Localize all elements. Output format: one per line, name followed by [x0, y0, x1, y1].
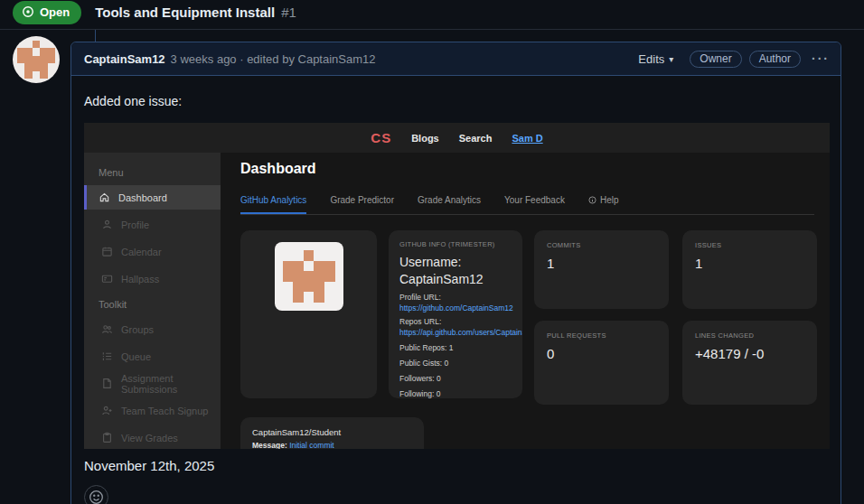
profile-url-link[interactable]: https://github.com/CaptainSam12: [399, 303, 522, 313]
user-plus-icon: [101, 405, 113, 416]
stat-label: LINES CHANGED: [695, 331, 817, 340]
tab-label: Grade Analytics: [418, 195, 481, 205]
sidebar-item-assignment-submissions[interactable]: Assignment Submissions: [84, 371, 221, 396]
profile-url-label: Profile URL:: [399, 293, 522, 302]
repos-url-link[interactable]: https://api.github.com/users/CaptainSam: [399, 328, 522, 337]
github-avatar-image: [275, 242, 343, 311]
identicon-avatar: [17, 41, 55, 79]
embedded-screenshot[interactable]: CS Blogs Search Sam D Menu Dashboard Pro…: [84, 123, 830, 449]
tab-github-analytics[interactable]: GitHub Analytics: [240, 195, 306, 214]
followers-stat: Followers: 0: [399, 374, 522, 383]
nav-blogs-link[interactable]: Blogs: [411, 133, 439, 144]
github-username: Username: CaptainSam12: [399, 254, 508, 288]
dashboard-tabs: GitHub Analytics Grade Predictor Grade A…: [240, 195, 814, 215]
card-label: GITHUB INFO (TRIMESTER): [399, 240, 522, 248]
sidebar-section-menu: Menu: [84, 162, 221, 185]
issue-status-label: Open: [40, 5, 70, 19]
tab-label: Your Feedback: [504, 195, 565, 205]
dashboard-sidebar: Menu Dashboard Profile Calendar: [84, 153, 221, 449]
issue-number: #1: [281, 5, 296, 20]
issues-card: ISSUES 1: [682, 230, 817, 309]
github-info-card: GITHUB INFO (TRIMESTER) Username: Captai…: [389, 230, 522, 398]
stat-value: 1: [547, 256, 669, 271]
sidebar-item-label: View Grades: [121, 433, 178, 443]
nav-user-link[interactable]: Sam D: [512, 133, 542, 144]
sidebar-item-label: Groups: [121, 324, 154, 335]
clipboard-icon: [101, 432, 113, 443]
cs-logo[interactable]: CS: [371, 130, 391, 145]
pull-requests-card: PULL REQUESTS 0: [534, 321, 669, 405]
sidebar-item-dashboard[interactable]: Dashboard: [84, 185, 221, 210]
edits-dropdown[interactable]: Edits ▾: [638, 52, 673, 66]
sidebar-item-label: Dashboard: [118, 192, 167, 203]
commit-message-label: Message:: [252, 441, 287, 449]
info-icon: [588, 196, 596, 204]
sidebar-item-hallpass[interactable]: Hallpass: [84, 266, 221, 291]
nav-search-link[interactable]: Search: [459, 133, 493, 144]
calendar-icon: [101, 246, 113, 257]
issue-title: Tools and Equipment Install: [95, 5, 275, 20]
comment-body: Added one issue: CS Blogs Search Sam D M…: [71, 76, 841, 504]
sidebar-item-label: Hallpass: [121, 274, 159, 285]
smiley-icon: [89, 490, 104, 504]
comment-header: CaptainSam12 3 weeks ago · edited by Cap…: [71, 42, 841, 76]
avatar[interactable]: [13, 36, 60, 83]
dashboard-navbar: CS Blogs Search Sam D: [84, 123, 830, 153]
edits-label: Edits: [638, 52, 664, 66]
sidebar-item-queue[interactable]: Queue: [84, 344, 221, 369]
commit-message-link[interactable]: Initial commit: [289, 441, 334, 449]
tab-help[interactable]: Help: [588, 195, 619, 214]
public-repos-stat: Public Repos: 1: [399, 343, 522, 352]
sidebar-item-team-teach-signup[interactable]: Team Teach Signup: [84, 398, 221, 423]
stat-label: PULL REQUESTS: [547, 331, 669, 340]
comment-text: Added one issue:: [84, 94, 828, 108]
public-gists-stat: Public Gists: 0: [399, 359, 522, 368]
sidebar-item-profile[interactable]: Profile: [84, 212, 221, 237]
tab-grade-predictor[interactable]: Grade Predictor: [330, 195, 394, 214]
tab-label: Help: [600, 195, 619, 205]
commits-card: COMMITS 1: [534, 230, 669, 309]
sidebar-section-toolkit: Toolkit: [84, 294, 221, 317]
comment-date-text: November 12th, 2025: [84, 458, 828, 473]
comment-author[interactable]: CaptainSam12: [84, 52, 165, 66]
issue-opened-icon: [22, 5, 34, 18]
add-reaction-button[interactable]: [84, 485, 108, 504]
sidebar-item-label: Team Teach Signup: [121, 406, 208, 416]
sidebar-item-label: Profile: [121, 219, 149, 230]
issue-header: Open Tools and Equipment Install #1: [0, 0, 864, 30]
identicon-avatar: [283, 250, 335, 303]
stat-value: 1: [695, 256, 817, 271]
dashboard-title: Dashboard: [240, 161, 830, 177]
repo-name: CaptainSam12/Student: [252, 427, 424, 437]
tab-your-feedback[interactable]: Your Feedback: [504, 195, 565, 214]
sidebar-item-label: Calendar: [121, 247, 162, 257]
lines-changed-card: LINES CHANGED +48179 / -0: [682, 321, 817, 405]
issue-status-badge[interactable]: Open: [13, 1, 81, 24]
author-badge[interactable]: Author: [749, 51, 801, 68]
comment-box: CaptainSam12 3 weeks ago · edited by Cap…: [70, 42, 841, 504]
timeline-connector: [95, 30, 96, 42]
tab-label: GitHub Analytics: [240, 195, 306, 205]
stat-label: COMMITS: [547, 241, 669, 249]
idcard-icon: [101, 273, 113, 285]
kebab-menu-icon[interactable]: ···: [812, 51, 830, 66]
sidebar-item-groups[interactable]: Groups: [84, 317, 221, 341]
dashboard-main: Dashboard GitHub Analytics Grade Predict…: [221, 153, 830, 449]
github-avatar-card: [240, 230, 377, 398]
stat-label: ISSUES: [695, 241, 817, 249]
tab-label: Grade Predictor: [330, 195, 394, 205]
users-icon: [101, 323, 113, 335]
repos-url-label: Repos URL:: [399, 317, 522, 326]
sidebar-item-calendar[interactable]: Calendar: [84, 239, 221, 264]
home-icon: [99, 191, 110, 203]
document-icon: [101, 378, 113, 389]
sidebar-item-view-grades[interactable]: View Grades: [84, 425, 221, 449]
repo-commit-card: CaptainSam12/Student Message: Initial co…: [240, 417, 424, 449]
tab-grade-analytics[interactable]: Grade Analytics: [418, 195, 481, 214]
comment-timestamp[interactable]: 3 weeks ago · edited by CaptainSam12: [171, 52, 376, 66]
sidebar-item-label: Assignment Submissions: [121, 373, 221, 395]
owner-badge[interactable]: Owner: [690, 51, 741, 68]
stat-value: 0: [547, 346, 669, 361]
following-stat: Following: 0: [399, 389, 522, 398]
sidebar-item-label: Queue: [121, 351, 151, 362]
